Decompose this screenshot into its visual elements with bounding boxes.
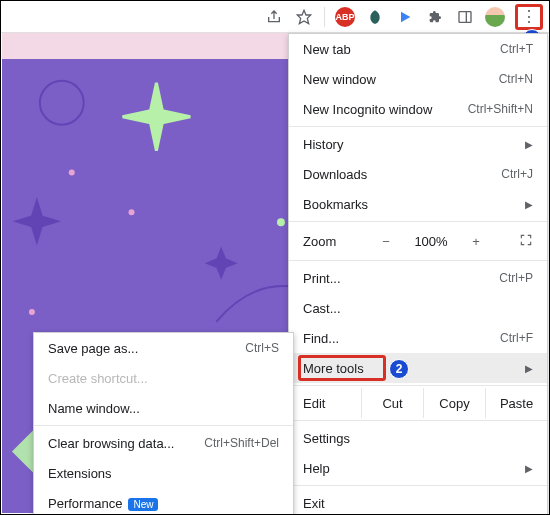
menu-item-label: More tools [303,361,364,376]
menu-item-shortcut: Ctrl+N [499,72,533,86]
menu-item-label: Clear browsing data... [48,436,174,451]
svg-point-8 [277,218,285,226]
menu-item-shortcut: Ctrl+F [500,331,533,345]
menu-zoom-row: Zoom − 100% + [289,224,547,258]
browser-toolbar: ABP ⋮ 1 [1,1,549,33]
submenu-clear-browsing-data[interactable]: Clear browsing data... Ctrl+Shift+Del [34,428,293,458]
svg-point-7 [29,309,35,315]
menu-item-label: Bookmarks [303,197,368,212]
menu-item-label: Print... [303,271,341,286]
svg-point-4 [40,81,84,125]
submenu-arrow-icon: ▶ [525,363,533,374]
menu-bookmarks[interactable]: Bookmarks ▶ [289,189,547,219]
menu-settings[interactable]: Settings [289,423,547,453]
menu-item-label: New Incognito window [303,102,432,117]
menu-item-shortcut: Ctrl+J [501,167,533,181]
surfshark-extension-icon[interactable] [365,7,385,27]
menu-exit[interactable]: Exit [289,488,547,515]
submenu-arrow-icon: ▶ [525,199,533,210]
menu-print[interactable]: Print... Ctrl+P [289,263,547,293]
zoom-in-button[interactable]: + [465,234,487,249]
zoom-out-button[interactable]: − [375,234,397,249]
menu-edit-row: Edit Cut Copy Paste [289,388,547,418]
share-icon[interactable] [264,7,284,27]
abp-extension-icon[interactable]: ABP [335,7,355,27]
menu-item-label: Cast... [303,301,341,316]
edit-cut-button[interactable]: Cut [361,388,423,418]
star-icon[interactable] [294,7,314,27]
menu-item-label: Extensions [48,466,112,481]
menu-help[interactable]: Help ▶ [289,453,547,483]
zoom-label: Zoom [303,234,361,249]
submenu-arrow-icon: ▶ [525,463,533,474]
menu-item-shortcut: Ctrl+P [499,271,533,285]
svg-marker-0 [297,10,310,23]
menu-more-tools[interactable]: More tools ▶ 2 [289,353,547,383]
menu-item-label: Create shortcut... [48,371,148,386]
menu-find[interactable]: Find... Ctrl+F [289,323,547,353]
new-badge: New [128,498,158,511]
menu-item-label: Exit [303,496,325,511]
submenu-extensions[interactable]: Extensions [34,458,293,488]
submenu-performance[interactable]: PerformanceNew [34,488,293,515]
svg-point-5 [69,169,75,175]
menu-new-incognito[interactable]: New Incognito window Ctrl+Shift+N [289,94,547,124]
menu-item-label: PerformanceNew [48,496,158,511]
edit-paste-button[interactable]: Paste [485,388,547,418]
chrome-main-menu: New tab Ctrl+T New window Ctrl+N New Inc… [288,33,548,515]
menu-item-label: Name window... [48,401,140,416]
chrome-menu-button[interactable]: ⋮ 1 [515,4,543,30]
menu-item-label: Help [303,461,330,476]
menu-item-shortcut: Ctrl+T [500,42,533,56]
menu-item-shortcut: Ctrl+Shift+Del [204,436,279,450]
annotation-badge-2: 2 [389,359,409,379]
extensions-puzzle-icon[interactable] [425,7,445,27]
menu-item-shortcut: Ctrl+Shift+N [468,102,533,116]
submenu-arrow-icon: ▶ [525,139,533,150]
menu-item-label: Save page as... [48,341,138,356]
menu-item-label: Downloads [303,167,367,182]
menu-downloads[interactable]: Downloads Ctrl+J [289,159,547,189]
menu-item-shortcut: Ctrl+S [245,341,279,355]
menu-item-label: New window [303,72,376,87]
profile-avatar[interactable] [485,7,505,27]
menu-new-tab[interactable]: New tab Ctrl+T [289,34,547,64]
svg-marker-1 [401,11,410,22]
svg-point-6 [129,209,135,215]
menu-item-label: Settings [303,431,350,446]
submenu-save-page[interactable]: Save page as... Ctrl+S [34,333,293,363]
edit-label: Edit [289,396,361,411]
submenu-create-shortcut: Create shortcut... [34,363,293,393]
more-tools-submenu: Save page as... Ctrl+S Create shortcut..… [33,332,294,515]
menu-item-label: History [303,137,343,152]
svg-rect-2 [459,11,471,22]
play-extension-icon[interactable] [395,7,415,27]
side-panel-icon[interactable] [455,7,475,27]
zoom-percent: 100% [411,234,451,249]
menu-history[interactable]: History ▶ [289,129,547,159]
fullscreen-icon[interactable] [519,233,533,250]
menu-new-window[interactable]: New window Ctrl+N [289,64,547,94]
menu-cast[interactable]: Cast... [289,293,547,323]
kebab-icon: ⋮ [521,8,537,25]
menu-item-label: New tab [303,42,351,57]
edit-copy-button[interactable]: Copy [423,388,485,418]
menu-item-label: Find... [303,331,339,346]
submenu-name-window[interactable]: Name window... [34,393,293,423]
